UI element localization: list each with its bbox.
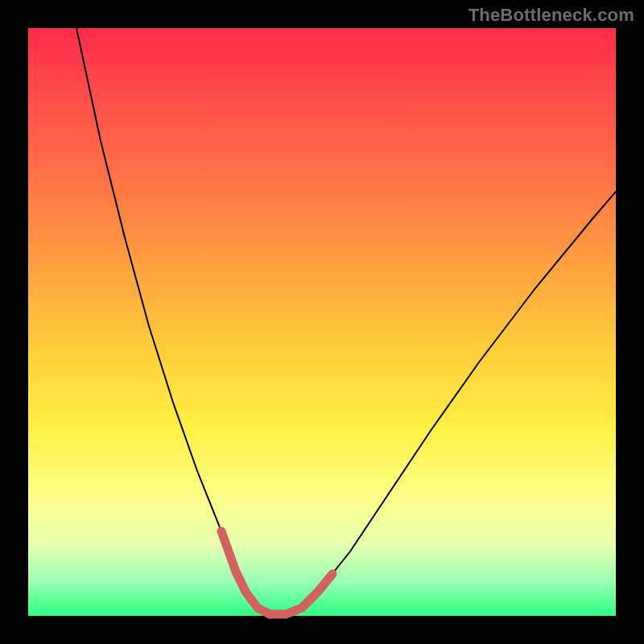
series-highlight-right [302, 574, 332, 608]
chart-frame: TheBottleneck.com [0, 0, 644, 644]
series-bottleneck-curve [76, 28, 616, 614]
series-group [76, 28, 616, 614]
series-highlight-left [221, 531, 270, 614]
series-highlight-bottom [270, 608, 302, 614]
chart-svg [28, 28, 616, 616]
watermark-label: TheBottleneck.com [469, 5, 634, 26]
